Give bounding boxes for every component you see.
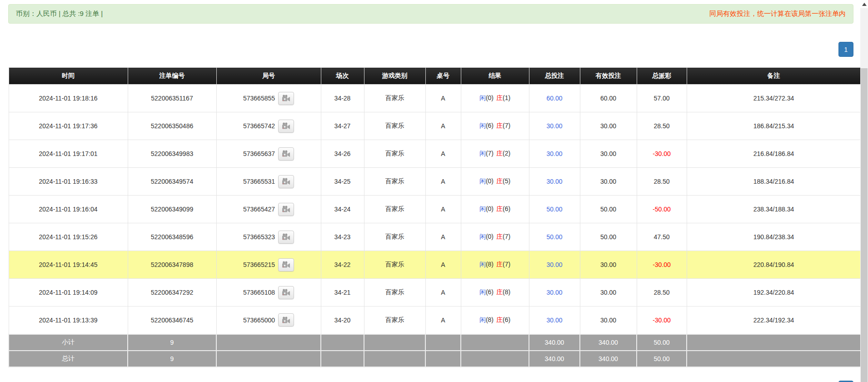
total-bet-cell[interactable]: 50.00 — [529, 196, 580, 223]
summary-total-bet-cell: 340.00 — [529, 334, 580, 351]
summary-empty-cell — [364, 351, 425, 367]
session-cell: 34-27 — [321, 112, 364, 140]
table-row[interactable]: 2024-11-01 19:18:16 522006351167 5736658… — [9, 85, 861, 112]
session-cell: 34-25 — [321, 168, 364, 196]
banker-result-label: 庄 — [496, 122, 503, 129]
player-result-score: (7) — [486, 150, 494, 157]
total-bet-cell[interactable]: 30.00 — [529, 112, 580, 140]
banker-result-label: 庄 — [496, 288, 503, 296]
round-number-cell: 573665215 — [216, 251, 321, 279]
column-header: 桌号 — [425, 68, 461, 85]
round-number: 573665108 — [243, 289, 275, 296]
payout-cell: 28.50 — [637, 168, 687, 196]
round-number-cell: 573665427 — [216, 196, 321, 223]
table-row[interactable]: 2024-11-01 19:16:04 522006349099 5736654… — [9, 196, 861, 223]
banker-result-label: 庄 — [496, 316, 503, 323]
banker-result-score: (8) — [503, 288, 510, 296]
bet-number-cell: 522006351167 — [128, 85, 216, 112]
bet-number-cell: 522006349574 — [128, 168, 216, 196]
time-cell: 2024-11-01 19:13:39 — [9, 307, 128, 334]
round-replay-button[interactable] — [278, 120, 294, 133]
pagination-page-1-top[interactable]: 1 — [838, 42, 853, 57]
currency-bet-count-summary: 币别：人民币 | 总共 :9 注单 | — [16, 10, 103, 18]
total-bet-cell[interactable]: 30.00 — [529, 251, 580, 279]
summary-empty-cell — [216, 334, 321, 351]
round-replay-button[interactable] — [278, 231, 294, 244]
round-replay-button[interactable] — [278, 92, 294, 105]
player-result-score: (6) — [486, 122, 494, 129]
total-bet-cell[interactable]: 50.00 — [529, 223, 580, 251]
player-result-label: 闲 — [479, 150, 486, 157]
remark-cell: 188.34/216.84 — [687, 168, 861, 196]
game-type-cell: 百家乐 — [364, 112, 425, 140]
player-result-score: (0) — [486, 94, 494, 101]
player-result-label: 闲 — [479, 177, 486, 185]
table-row[interactable]: 2024-11-01 19:15:26 522006348596 5736653… — [9, 223, 861, 251]
total-bet-cell[interactable]: 30.00 — [529, 140, 580, 168]
player-result-label: 闲 — [479, 288, 486, 296]
remark-cell: 190.84/238.34 — [687, 223, 861, 251]
column-header: 游戏类别 — [364, 68, 425, 85]
game-type-cell: 百家乐 — [364, 251, 425, 279]
remark-cell: 238.34/188.34 — [687, 196, 861, 223]
round-replay-button[interactable] — [278, 175, 294, 188]
remark-cell: 215.34/272.34 — [687, 85, 861, 112]
banker-result-score: (6) — [503, 316, 510, 323]
summary-payout-cell: 50.00 — [637, 334, 687, 351]
banker-result-label: 庄 — [496, 261, 503, 268]
bet-records-table: 时间注单编号局号场次游戏类别桌号结果总投注有效投注总派彩备注 2024-11-0… — [8, 67, 861, 367]
table-row[interactable]: 2024-11-01 19:13:39 522006346745 5736650… — [9, 307, 861, 334]
time-cell: 2024-11-01 19:15:26 — [9, 223, 128, 251]
table-row[interactable]: 2024-11-01 19:16:33 522006349574 5736655… — [9, 168, 861, 196]
video-replay-icon — [282, 317, 290, 324]
result-cell: 闲(6)庄(7) — [461, 112, 529, 140]
bet-number-cell: 522006347292 — [128, 279, 216, 307]
remark-cell: 220.84/190.84 — [687, 251, 861, 279]
total-bet-cell[interactable]: 30.00 — [529, 168, 580, 196]
round-number: 573665531 — [243, 178, 275, 185]
column-header: 备注 — [687, 68, 861, 85]
total-bet-cell[interactable]: 30.00 — [529, 307, 580, 334]
vertical-scrollbar[interactable] — [860, 0, 868, 382]
column-header: 局号 — [216, 68, 321, 85]
round-number-cell: 573665323 — [216, 223, 321, 251]
scrollbar-thumb[interactable] — [861, 68, 868, 382]
summary-empty-cell — [321, 334, 364, 351]
summary-valid-bet-cell: 340.00 — [580, 334, 637, 351]
banker-result-score: (7) — [503, 122, 510, 129]
table-header-row: 时间注单编号局号场次游戏类别桌号结果总投注有效投注总派彩备注 — [9, 68, 861, 85]
table-row[interactable]: 2024-11-01 19:14:45 522006347898 5736652… — [9, 251, 861, 279]
table-row[interactable]: 2024-11-01 19:14:09 522006347292 5736651… — [9, 279, 861, 307]
banker-result-score: (7) — [503, 233, 510, 240]
round-replay-button[interactable] — [278, 203, 294, 216]
result-cell: 闲(7)庄(2) — [461, 140, 529, 168]
result-cell: 闲(8)庄(6) — [461, 307, 529, 334]
summary-bar: 币别：人民币 | 总共 :9 注单 | 同局有效投注，统一计算在该局第一张注单内 — [8, 4, 853, 24]
bet-number-cell: 522006350486 — [128, 112, 216, 140]
banker-result-score: (6) — [503, 205, 510, 212]
video-replay-icon — [282, 122, 290, 130]
table-row[interactable]: 2024-11-01 19:17:36 522006350486 5736657… — [9, 112, 861, 140]
video-replay-icon — [282, 95, 290, 102]
table-number-cell: A — [425, 140, 461, 168]
scrollbar-up-arrow-button[interactable] — [860, 0, 868, 8]
player-result-score: (0) — [486, 233, 494, 240]
valid-bet-cell: 60.00 — [580, 85, 637, 112]
game-type-cell: 百家乐 — [364, 85, 425, 112]
total-bet-cell[interactable]: 60.00 — [529, 85, 580, 112]
total-bet-cell[interactable]: 30.00 — [529, 279, 580, 307]
result-cell: 闲(0)庄(7) — [461, 223, 529, 251]
summary-label-cell: 小计 — [9, 334, 128, 351]
round-replay-button[interactable] — [278, 286, 294, 299]
round-number: 573665742 — [243, 122, 275, 130]
valid-bet-cell: 30.00 — [580, 279, 637, 307]
table-row[interactable]: 2024-11-01 19:17:01 522006349983 5736656… — [9, 140, 861, 168]
banker-result-score: (7) — [503, 261, 510, 268]
video-replay-icon — [282, 289, 290, 296]
result-cell: 闲(6)庄(8) — [461, 279, 529, 307]
round-replay-button[interactable] — [278, 258, 294, 271]
valid-bet-cell: 30.00 — [580, 168, 637, 196]
round-replay-button[interactable] — [278, 313, 294, 327]
time-cell: 2024-11-01 19:14:45 — [9, 251, 128, 279]
round-replay-button[interactable] — [278, 147, 294, 161]
